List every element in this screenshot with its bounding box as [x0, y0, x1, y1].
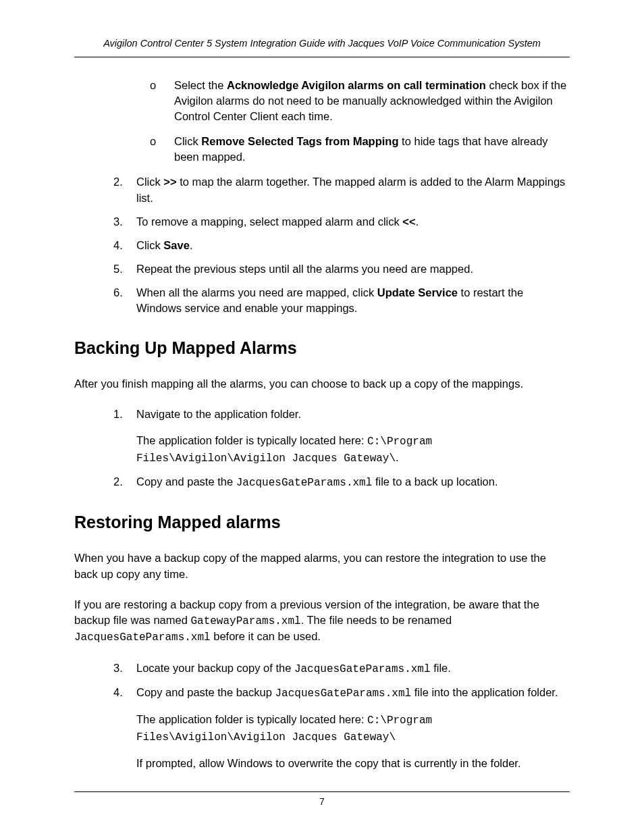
text-run: If prompted, allow Windows to overwrite … — [136, 757, 521, 769]
text-run: before it can be used. — [211, 630, 321, 642]
continued-sublist-wrap: oSelect the Acknowledge Avigilon alarms … — [74, 78, 570, 165]
list-item-paragraph: The application folder is typically loca… — [136, 433, 570, 466]
text-run: Click — [136, 176, 163, 188]
list-item-text: Repeat the previous steps until all the … — [136, 263, 473, 275]
text-run: . — [190, 239, 193, 251]
ordered-list-top: 2.Click >> to map the alarm together. Th… — [74, 174, 570, 316]
text-run: JacquesGateParams.xml — [294, 663, 431, 675]
list-number: 3. — [113, 214, 123, 230]
text-run: JacquesGateParams.xml — [275, 687, 411, 700]
list-item: 6.When all the alarms you need are mappe… — [113, 285, 570, 316]
text-run: file into the application folder. — [411, 686, 558, 698]
list-item: 4.Copy and paste the backup JacquesGateP… — [113, 685, 570, 771]
text-run: to map the alarm together. The mapped al… — [136, 176, 565, 203]
list-item-paragraph: If prompted, allow Windows to overwrite … — [136, 756, 570, 771]
list-number: 2. — [113, 174, 123, 190]
text-run: Copy and paste the backup — [136, 686, 275, 698]
text-run: Remove Selected Tags from Mapping — [201, 135, 398, 147]
text-run: . The file needs to be renamed — [301, 614, 452, 626]
page-footer: 7 — [74, 791, 570, 807]
list-item: 3.To remove a mapping, select mapped ala… — [113, 214, 570, 230]
section-intro: After you finish mapping all the alarms,… — [74, 376, 570, 392]
list-number: 1. — [113, 407, 123, 422]
list-number: 3. — [113, 660, 123, 676]
list-item-text: Locate your backup copy of the JacquesGa… — [136, 662, 451, 674]
page-header: Avigilon Control Center 5 System Integra… — [74, 38, 570, 57]
list-number: 6. — [113, 285, 123, 301]
list-item-text: Click >> to map the alarm together. The … — [136, 176, 565, 203]
list-item-text: Copy and paste the backup JacquesGatePar… — [136, 686, 558, 698]
text-run: Select the — [174, 79, 227, 91]
list-item: 2.Copy and paste the JacquesGateParams.x… — [113, 474, 570, 490]
text-run: When all the alarms you need are mapped,… — [136, 286, 377, 298]
section-heading-restore: Restoring Mapped alarms — [74, 511, 570, 534]
list-item-text: When all the alarms you need are mapped,… — [136, 286, 523, 314]
list-item: 5.Repeat the previous steps until all th… — [113, 261, 570, 277]
section-intro: When you have a backup copy of the mappe… — [74, 550, 570, 581]
text-run: JacquesGateParams.xml — [236, 477, 373, 489]
list-item-text: Navigate to the application folder. — [136, 408, 301, 420]
text-run: Click — [174, 135, 201, 147]
text-run: Update Service — [377, 286, 458, 298]
list-item: 4.Click Save. — [113, 238, 570, 253]
list-item: 2.Click >> to map the alarm together. Th… — [113, 174, 570, 205]
bullet: o — [150, 134, 156, 149]
list-number: 2. — [113, 474, 123, 490]
content: oSelect the Acknowledge Avigilon alarms … — [74, 78, 570, 771]
sub-list-item: oSelect the Acknowledge Avigilon alarms … — [150, 78, 570, 124]
page: Avigilon Control Center 5 System Integra… — [0, 0, 644, 834]
text-run: GatewayParams.xml — [190, 615, 300, 627]
text-run: The application folder is typically loca… — [136, 713, 367, 725]
sub-list-item: oClick Remove Selected Tags from Mapping… — [150, 134, 570, 165]
list-item-paragraph: The application folder is typically loca… — [136, 712, 570, 745]
text-run: Navigate to the application folder. — [136, 408, 301, 420]
text-run: The application folder is typically loca… — [136, 434, 367, 446]
list-item: 3.Locate your backup copy of the Jacques… — [113, 660, 570, 677]
text-run: . — [396, 451, 399, 463]
ordered-list-section1: 1.Navigate to the application folder.The… — [74, 407, 570, 490]
list-number: 4. — [113, 238, 123, 253]
sub-list: oSelect the Acknowledge Avigilon alarms … — [113, 78, 570, 165]
text-run: >> — [163, 176, 176, 188]
section-heading-backup: Backing Up Mapped Alarms — [74, 336, 570, 360]
text-run: Save — [163, 239, 190, 251]
list-item-text: Copy and paste the JacquesGateParams.xml… — [136, 475, 498, 488]
list-number: 5. — [113, 261, 123, 277]
text-run: To remove a mapping, select mapped alarm… — [136, 215, 402, 228]
list-number: 4. — [113, 685, 123, 700]
text-run: << — [402, 215, 415, 228]
text-run: Locate your backup copy of the — [136, 662, 294, 674]
text-run: Acknowledge Avigilon alarms on call term… — [227, 79, 486, 91]
text-run: file. — [431, 662, 451, 674]
list-item-text: Click Save. — [136, 239, 192, 251]
text-run: file to a back up location. — [372, 475, 498, 488]
text-run: Copy and paste the — [136, 475, 236, 488]
text-run: JacquesGateParams.xml — [74, 631, 211, 644]
list-item-text: To remove a mapping, select mapped alarm… — [136, 215, 419, 228]
text-run: Repeat the previous steps until all the … — [136, 263, 473, 275]
text-run: . — [416, 215, 419, 228]
bullet: o — [150, 78, 156, 93]
list-item: 1.Navigate to the application folder.The… — [113, 407, 570, 466]
section-intro-2: If you are restoring a backup copy from … — [74, 597, 570, 646]
ordered-list-section2: 3.Locate your backup copy of the Jacques… — [74, 660, 570, 772]
text-run: Click — [136, 239, 163, 251]
